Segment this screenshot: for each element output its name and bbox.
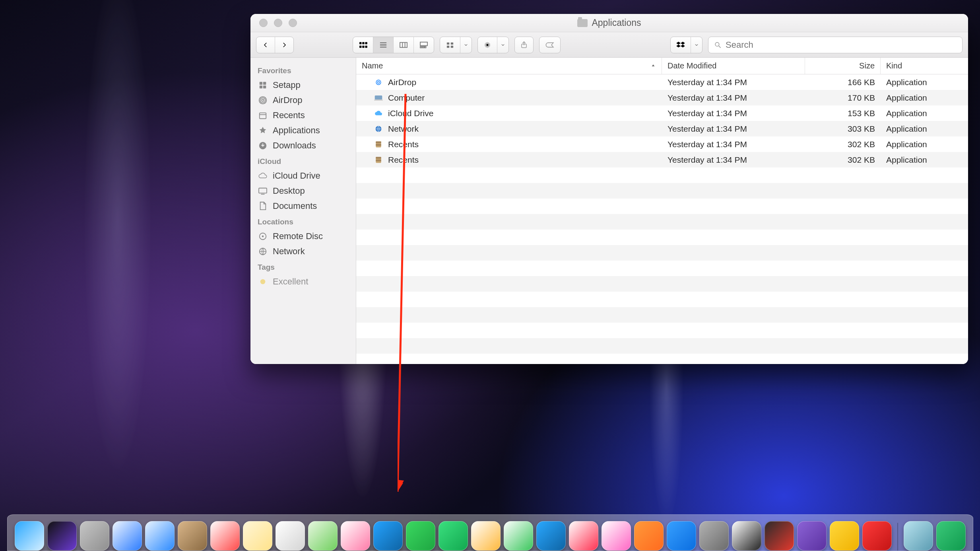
nav-back-forward bbox=[256, 37, 294, 53]
empty-row bbox=[356, 323, 968, 338]
view-icons-button[interactable] bbox=[353, 37, 373, 53]
dock-item-calendar[interactable] bbox=[210, 521, 240, 551]
nav-forward-button[interactable] bbox=[275, 37, 293, 53]
dock-item-safari[interactable] bbox=[113, 521, 142, 551]
sort-ascending-icon bbox=[650, 61, 656, 70]
finder-window: Applications bbox=[250, 14, 968, 364]
search-input[interactable] bbox=[726, 40, 957, 50]
file-kind: Application bbox=[886, 78, 927, 87]
file-row[interactable]: AirDropYesterday at 1:34 PM166 KBApplica… bbox=[356, 74, 968, 90]
dock-item-facetime[interactable] bbox=[439, 521, 468, 551]
sidebar-section-title: Tags bbox=[250, 259, 356, 274]
file-size: 153 KB bbox=[848, 109, 875, 118]
sidebar-item-label: Applications bbox=[273, 125, 320, 136]
view-columns-button[interactable] bbox=[394, 37, 414, 53]
file-list[interactable]: AirDropYesterday at 1:34 PM166 KBApplica… bbox=[356, 74, 968, 364]
column-header-kind[interactable]: Kind bbox=[881, 58, 968, 74]
empty-row bbox=[356, 338, 968, 354]
dock-item-ibooks[interactable] bbox=[634, 521, 664, 551]
dock-item-screenflow[interactable] bbox=[765, 521, 794, 551]
file-row[interactable]: iCloud DriveYesterday at 1:34 PM153 KBAp… bbox=[356, 105, 968, 121]
cloud-mini-icon bbox=[374, 109, 383, 118]
share-button[interactable] bbox=[514, 37, 534, 53]
file-name: Computer bbox=[388, 93, 425, 103]
column-header-name[interactable]: Name bbox=[356, 58, 662, 74]
dock-item-photos[interactable] bbox=[341, 521, 370, 551]
dock-item-messages[interactable] bbox=[406, 521, 435, 551]
dock-item-airdrop[interactable] bbox=[373, 521, 403, 551]
svg-rect-46 bbox=[376, 141, 381, 143]
airdrop-mini-icon bbox=[374, 78, 383, 87]
sidebar-item-network[interactable]: Network bbox=[250, 244, 356, 259]
dropbox-chevron-icon bbox=[691, 37, 702, 53]
file-row[interactable]: RecentsYesterday at 1:34 PM302 KBApplica… bbox=[356, 152, 968, 167]
search-field[interactable] bbox=[708, 37, 963, 53]
dock-item-finder[interactable] bbox=[15, 521, 44, 551]
file-row[interactable]: NetworkYesterday at 1:34 PM303 KBApplica… bbox=[356, 121, 968, 136]
tags-button[interactable] bbox=[539, 37, 561, 53]
empty-row bbox=[356, 261, 968, 276]
airdrop-icon bbox=[258, 95, 268, 105]
dropbox-menu[interactable] bbox=[670, 37, 702, 53]
dock-item-itunes[interactable] bbox=[602, 521, 631, 551]
file-date: Yesterday at 1:34 PM bbox=[668, 93, 747, 103]
file-date: Yesterday at 1:34 PM bbox=[668, 140, 747, 149]
dock-item-keynote[interactable] bbox=[536, 521, 566, 551]
dock-item-app-o[interactable] bbox=[830, 521, 859, 551]
svg-rect-4 bbox=[362, 45, 364, 47]
dock-item-reminders[interactable] bbox=[276, 521, 305, 551]
sidebar-item-documents[interactable]: Documents bbox=[250, 199, 356, 214]
column-header-label: Size bbox=[859, 61, 875, 70]
dock-item-contacts[interactable] bbox=[178, 521, 207, 551]
dock-item-desktop-pic[interactable] bbox=[904, 521, 933, 551]
dock-item-numbers[interactable] bbox=[504, 521, 533, 551]
dock-item-app-bear[interactable] bbox=[862, 521, 892, 551]
svg-rect-24 bbox=[260, 82, 262, 85]
sidebar-item-recents[interactable]: Recents bbox=[250, 108, 356, 123]
dock-item-system-prefs[interactable] bbox=[699, 521, 729, 551]
dock-item-maps[interactable] bbox=[308, 521, 338, 551]
view-gallery-button[interactable] bbox=[414, 37, 434, 53]
column-header-date[interactable]: Date Modified bbox=[662, 58, 805, 74]
dock-item-onedrive[interactable] bbox=[797, 521, 827, 551]
sidebar-item-airdrop[interactable]: AirDrop bbox=[250, 93, 356, 108]
sidebar-item-remote-disc[interactable]: Remote Disc bbox=[250, 229, 356, 244]
group-by-menu[interactable] bbox=[440, 37, 472, 53]
empty-row bbox=[356, 183, 968, 199]
sidebar-item-tag-excellent[interactable]: Excellent bbox=[250, 274, 356, 289]
file-name: Network bbox=[388, 124, 419, 134]
sidebar-item-applications[interactable]: Applications bbox=[250, 123, 356, 138]
nav-back-button[interactable] bbox=[256, 37, 275, 53]
file-name: Recents bbox=[388, 140, 419, 149]
svg-rect-27 bbox=[263, 86, 266, 88]
svg-rect-34 bbox=[259, 188, 267, 193]
dock-item-notes[interactable] bbox=[243, 521, 272, 551]
view-list-button[interactable] bbox=[373, 37, 394, 53]
svg-rect-17 bbox=[451, 42, 453, 44]
svg-rect-25 bbox=[263, 82, 266, 85]
network-mini-icon bbox=[374, 125, 383, 133]
sidebar-item-icloud-drive[interactable]: iCloud Drive bbox=[250, 168, 356, 183]
file-kind: Application bbox=[886, 124, 927, 134]
dock-item-launchpad[interactable] bbox=[80, 521, 109, 551]
dock-item-pages[interactable] bbox=[471, 521, 501, 551]
file-name: AirDrop bbox=[388, 78, 416, 87]
dock-item-siri[interactable] bbox=[47, 521, 77, 551]
sidebar-item-downloads[interactable]: Downloads bbox=[250, 138, 356, 153]
file-row[interactable]: RecentsYesterday at 1:34 PM302 KBApplica… bbox=[356, 136, 968, 152]
sidebar-item-label: AirDrop bbox=[273, 95, 303, 105]
dock-item-setapp[interactable] bbox=[732, 521, 761, 551]
dock-item-news[interactable] bbox=[569, 521, 598, 551]
action-menu[interactable] bbox=[477, 37, 509, 53]
file-kind: Application bbox=[886, 93, 927, 103]
sidebar-item-label: iCloud Drive bbox=[273, 171, 320, 181]
dock-item-app-store[interactable] bbox=[667, 521, 696, 551]
column-header-size[interactable]: Size bbox=[805, 58, 881, 74]
sidebar-item-setapp[interactable]: Setapp bbox=[250, 78, 356, 93]
column-header-label: Kind bbox=[886, 61, 902, 70]
dock-item-downloads-stack[interactable] bbox=[936, 521, 966, 551]
sidebar-item-desktop[interactable]: Desktop bbox=[250, 183, 356, 199]
column-header-label: Name bbox=[362, 61, 383, 70]
dock-item-mail[interactable] bbox=[145, 521, 175, 551]
file-row[interactable]: ComputerYesterday at 1:34 PM170 KBApplic… bbox=[356, 90, 968, 105]
